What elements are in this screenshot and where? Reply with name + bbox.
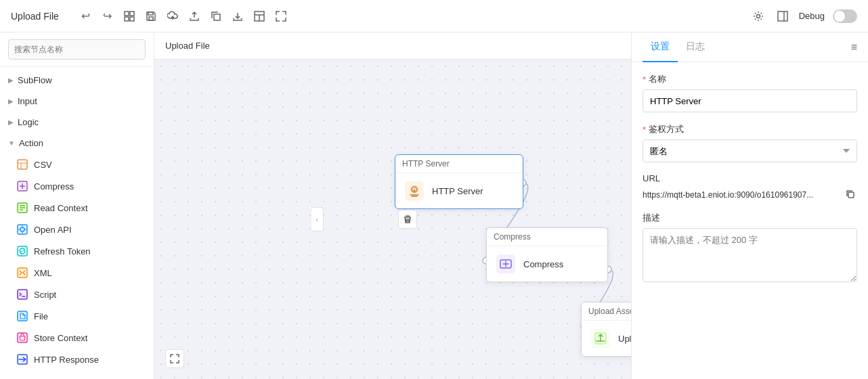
upload-asset-node[interactable]: Upload Asset File Upload Asset File <box>581 302 631 357</box>
form-item-auth: * 鉴权方式 匿名 Basic Auth Token <box>643 123 857 162</box>
svg-rect-1 <box>130 12 134 16</box>
store-context-icon <box>16 332 28 344</box>
sidebar-item-file[interactable]: File ⠿ <box>0 305 154 327</box>
sidebar-item-file-left: File <box>16 310 48 322</box>
search-input[interactable] <box>8 39 146 60</box>
panel-icon[interactable] <box>775 8 791 24</box>
header-right: Debug <box>750 8 857 24</box>
name-input[interactable] <box>643 89 857 112</box>
sidebar-item-http-response-label: HTTP Response <box>34 355 99 365</box>
tab-logs[interactable]: 日志 <box>678 32 713 62</box>
table-button[interactable] <box>251 8 267 24</box>
sidebar-group-action: ▼ Action <box>0 133 154 370</box>
sidebar-item-refresh-token-label: Refresh Token <box>34 246 91 257</box>
script-icon <box>16 288 28 300</box>
form-item-desc: 描述 <box>643 212 857 284</box>
desc-textarea[interactable] <box>643 228 857 282</box>
copy-node-button[interactable] <box>208 8 224 24</box>
svg-rect-11 <box>778 12 787 21</box>
svg-rect-5 <box>148 12 153 15</box>
grid-button[interactable] <box>121 8 137 24</box>
sidebar-item-xml-label: XML <box>34 268 52 278</box>
sidebar-item-script[interactable]: Script ⠿ <box>0 284 154 305</box>
header: Upload File ↩ ↪ <box>0 0 868 32</box>
undo-button[interactable]: ↩ <box>78 8 94 24</box>
sidebar-group-subflow-label: SubFlow <box>18 75 52 85</box>
expand-button[interactable] <box>273 8 289 24</box>
canvas-controls <box>165 349 184 368</box>
sidebar-item-http-response[interactable]: HTTP Response ⠿ <box>0 349 154 370</box>
upload-asset-node-icon <box>590 328 611 349</box>
file-icon <box>16 310 28 322</box>
canvas-tab-label[interactable]: Upload File <box>165 41 210 51</box>
svg-rect-0 <box>125 12 129 16</box>
svg-rect-4 <box>149 17 153 20</box>
sidebar-item-xml-left: XML <box>16 267 52 279</box>
sidebar-item-xml[interactable]: XML ⠿ <box>0 262 154 284</box>
sidebar-item-open-api[interactable]: Open API ⠿ <box>0 219 154 240</box>
sidebar-item-compress[interactable]: Compress ⠿ <box>0 175 154 197</box>
import-button[interactable] <box>230 8 246 24</box>
sidebar-item-script-label: Script <box>34 290 56 300</box>
form-item-url: URL https://mqtt-beta1.eniot.io:9090/o16… <box>643 173 857 201</box>
sidebar-group-action-label: Action <box>19 138 43 148</box>
save-button[interactable] <box>143 8 159 24</box>
name-field-label: * 名称 <box>643 73 857 85</box>
copy-url-button[interactable] <box>844 187 857 201</box>
sidebar-group-subflow-header[interactable]: ▶ SubFlow <box>0 70 154 91</box>
sidebar-group-action-header[interactable]: ▼ Action <box>0 133 154 154</box>
redo-button[interactable]: ↪ <box>100 8 116 24</box>
upload-asset-node-header: Upload Asset File <box>582 303 631 321</box>
compress-node[interactable]: Compress Compress <box>486 227 608 282</box>
panel-menu-button[interactable]: ≡ <box>851 41 857 53</box>
search-box <box>0 32 154 67</box>
chevron-down-icon-action: ▼ <box>8 139 15 147</box>
sidebar-group-logic: ▶ Logic <box>0 112 154 133</box>
sidebar-item-script-left: Script <box>16 288 56 300</box>
upload-asset-node-label: Upload Asset File <box>618 334 631 344</box>
svg-rect-22 <box>18 290 27 299</box>
sidebar-group-input-header[interactable]: ▶ Input <box>0 91 154 112</box>
sidebar-item-csv[interactable]: CSV ⠿ <box>0 154 154 175</box>
sidebar-item-compress-left: Compress <box>16 180 74 192</box>
chevron-right-icon-input: ▶ <box>8 97 14 105</box>
panel-tabs: 设置 日志 ≡ <box>632 32 868 62</box>
open-api-icon <box>16 223 28 236</box>
sidebar-item-read-context-label: Read Context <box>34 203 88 213</box>
desc-field-label: 描述 <box>643 212 857 224</box>
http-server-node[interactable]: HTTP Server HTTP Server <box>395 154 523 209</box>
sidebar-item-csv-label: CSV <box>34 160 52 170</box>
csv-icon <box>16 158 28 171</box>
canvas-area: Upload File <box>154 32 631 379</box>
settings-icon[interactable] <box>750 8 766 24</box>
delete-node-button[interactable] <box>398 210 417 229</box>
debug-label: Debug <box>799 11 825 21</box>
sidebar-group-logic-header[interactable]: ▶ Logic <box>0 112 154 133</box>
header-toolbar: ↩ ↪ <box>78 8 742 24</box>
chevron-right-icon-logic: ▶ <box>8 118 14 126</box>
tab-settings[interactable]: 设置 <box>643 32 678 62</box>
canvas-fullscreen-button[interactable] <box>165 349 184 368</box>
upload-button[interactable] <box>186 8 202 24</box>
required-star-name: * <box>643 74 646 85</box>
compress-node-label: Compress <box>523 259 563 269</box>
sidebar-item-store-context-label: Store Context <box>34 333 88 343</box>
url-row: https://mqtt-beta1.eniot.io:9090/o161096… <box>643 187 857 201</box>
svg-rect-20 <box>18 246 27 256</box>
read-context-icon <box>16 202 28 214</box>
compress-node-body: Compress <box>487 246 607 282</box>
sidebar-item-store-context[interactable]: Store Context ⠿ <box>0 327 154 349</box>
sidebar-item-refresh-token[interactable]: Refresh Token ⠿ <box>0 240 154 262</box>
panel-body: * 名称 * 鉴权方式 匿名 Basic Auth Token <box>632 62 868 379</box>
sidebar-item-read-context[interactable]: Read Context ⠿ <box>0 197 154 219</box>
cloud-upload-button[interactable] <box>165 8 181 24</box>
form-item-name: * 名称 <box>643 73 857 112</box>
sidebar-collapse-button[interactable]: ‹ <box>311 207 324 231</box>
auth-select[interactable]: 匿名 Basic Auth Token <box>643 139 857 162</box>
debug-toggle[interactable] <box>833 9 857 23</box>
upload-asset-node-body: Upload Asset File <box>582 321 631 356</box>
app-container: Upload File ↩ ↪ <box>0 0 868 379</box>
sidebar-item-http-response-left: HTTP Response <box>16 353 99 365</box>
canvas[interactable]: HTTP Server HTTP Server <box>154 60 631 379</box>
right-panel: 设置 日志 ≡ * 名称 * 鉴权方式 <box>631 32 868 379</box>
